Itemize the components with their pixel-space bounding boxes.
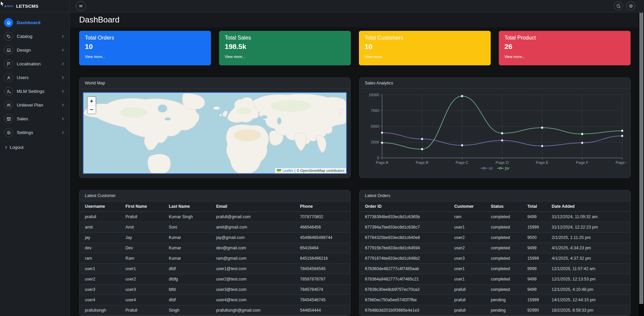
sales-analytics-panel: Sales Analytics 025005000750010000Page A… bbox=[359, 77, 631, 178]
sidebar-item[interactable]: Unilevel Plan bbox=[4, 98, 66, 112]
sidebar-item[interactable]: MLM Settings bbox=[4, 84, 66, 98]
sidebar-item-icon bbox=[4, 32, 13, 41]
svg-text:7500: 7500 bbox=[371, 109, 379, 113]
sidebar-toggle-button[interactable] bbox=[76, 1, 86, 11]
table-cell: ram@gmail.com bbox=[211, 253, 294, 264]
table-row: user2user2dfdfguser2@test.com78587878787 bbox=[79, 274, 350, 285]
table-row: 67738394be833ec8d1c6365bramcompleted9499… bbox=[360, 212, 630, 222]
table-row: 67860ec750a5ee574f2f7fbeprafullpending15… bbox=[360, 295, 630, 305]
table-header-row: UsernameFirst NameLast NameEmailPhone bbox=[79, 201, 350, 212]
table-cell: 4/1/2025, 4:37:32 pm bbox=[546, 253, 630, 264]
table-cell: 12/1/2025, 12:13:53 pm bbox=[546, 274, 630, 285]
sidebar-item-logout[interactable]: Logout bbox=[4, 141, 66, 153]
table-row: prafullsinghPrafullSinghprafullsingh@gma… bbox=[79, 305, 350, 316]
table-cell: prafull bbox=[449, 285, 485, 295]
chart-legend: uvpv bbox=[360, 166, 630, 171]
osm-attribution[interactable]: © OpenStreetMap contributors bbox=[297, 169, 344, 173]
table-cell: 9499 bbox=[522, 274, 546, 285]
table-cell: 12/1/2025, 4:10:48 pm bbox=[546, 285, 630, 295]
legend-item-uv[interactable]: uv bbox=[481, 166, 493, 171]
table-cell: Prafull bbox=[120, 212, 163, 222]
sidebar-item[interactable]: Dashboard bbox=[4, 16, 66, 29]
table-row: 67764325be833ec8d1c640e8user2completed95… bbox=[360, 233, 630, 243]
table-cell: completed bbox=[485, 233, 522, 243]
column-header: Customer bbox=[449, 201, 485, 212]
table-row: 678360de482777c4f7485aabuser1completed99… bbox=[360, 264, 630, 274]
view-more-link[interactable]: View more... bbox=[225, 55, 345, 59]
table-cell: pending bbox=[485, 295, 522, 305]
svg-text:Page E: Page E bbox=[536, 161, 548, 165]
caret-right-icon bbox=[5, 146, 8, 149]
table-row: jayJayKumarjay@gmail.com45498465498744 bbox=[79, 233, 350, 243]
latest-orders-panel: Latest Orders Order IDCustomerStatusTota… bbox=[359, 190, 631, 316]
sidebar-item-icon bbox=[4, 128, 13, 137]
table-cell: prafullsingh@gmail.com bbox=[211, 305, 294, 316]
logout-label: Logout bbox=[10, 145, 23, 150]
table-cell: completed bbox=[485, 243, 522, 253]
table-cell: dev@gmail.com bbox=[211, 243, 294, 253]
sidebar-header: LETSCMS LETSCMS bbox=[0, 0, 69, 12]
leaflet-link[interactable]: Leaflet bbox=[282, 169, 293, 173]
table-cell: completed bbox=[485, 253, 522, 264]
settings-button[interactable] bbox=[626, 1, 635, 10]
stat-card-title: Total Customers bbox=[365, 35, 485, 41]
table-cell: 645156496216 bbox=[295, 253, 350, 264]
legend-item-pv[interactable]: pv bbox=[497, 166, 509, 171]
map-zoom-in-button[interactable]: + bbox=[88, 97, 96, 105]
sidebar-item[interactable]: Localisation bbox=[4, 57, 66, 71]
column-header: Total bbox=[522, 201, 546, 212]
table-cell: 678364a9482777c4f7485c21 bbox=[360, 274, 449, 285]
brand-name: LETSCMS bbox=[16, 4, 39, 9]
table-row: 67b48b3d201b0f3665e4e1e3prafullpending92… bbox=[360, 305, 630, 316]
table-row: user1user1dfdfuser1@test.com78454584545 bbox=[79, 264, 350, 274]
table-cell: 65419464 bbox=[295, 243, 350, 253]
map-zoom-out-button[interactable]: − bbox=[88, 105, 96, 114]
table-row: 678364a9482777c4f7485c21user1completed94… bbox=[360, 274, 630, 285]
stat-card-value: 10 bbox=[85, 43, 205, 51]
ukraine-flag-icon bbox=[277, 169, 281, 172]
sidebar-item[interactable]: Settings bbox=[4, 126, 66, 139]
table-cell: jay bbox=[79, 233, 120, 243]
table-cell: 31/12/2024, 12:22:23 pm bbox=[546, 222, 630, 233]
sidebar-item[interactable]: Users bbox=[4, 71, 66, 84]
table-cell: completed bbox=[485, 264, 522, 274]
sidebar-item[interactable]: Catalog bbox=[4, 29, 66, 43]
table-row: 677394a7be833ec8d1c638c7user1completed15… bbox=[360, 222, 630, 233]
table-cell: user3 bbox=[120, 285, 163, 295]
chevron-right-icon bbox=[61, 35, 65, 38]
scrollbar bbox=[639, 13, 644, 316]
stat-card-value: 10 bbox=[365, 43, 485, 51]
panel-title: World Map bbox=[79, 78, 350, 89]
view-more-link[interactable]: View more... bbox=[85, 55, 205, 59]
dark-mode-toggle[interactable] bbox=[614, 1, 623, 10]
table-cell: Ram bbox=[120, 253, 163, 264]
scrollbar-thumb[interactable] bbox=[639, 13, 643, 304]
sidebar-item[interactable]: Design bbox=[4, 43, 66, 57]
table-cell: completed bbox=[485, 212, 522, 222]
sidebar-item-label: Users bbox=[17, 75, 29, 80]
svg-text:5000: 5000 bbox=[371, 124, 379, 128]
latest-customer-panel: Latest Customer UsernameFirst NameLast N… bbox=[79, 190, 351, 316]
table-row: user4user4dfdfuser4@test.com78454548745 bbox=[79, 295, 350, 305]
sidebar-item[interactable]: Sales bbox=[4, 112, 66, 126]
table-cell: user2 bbox=[449, 233, 485, 243]
stat-card-value: 26 bbox=[504, 43, 625, 51]
table-cell: user2@test.com bbox=[211, 274, 294, 285]
table-cell: 9999 bbox=[522, 264, 546, 274]
view-more-link[interactable]: View more... bbox=[365, 55, 485, 59]
panel-title: Latest Orders bbox=[360, 190, 630, 201]
world-map-graphic bbox=[84, 93, 346, 173]
table-cell: user2 bbox=[449, 243, 485, 253]
svg-text:10000: 10000 bbox=[369, 93, 379, 97]
sales-analytics-chart: 025005000750010000Page APage BPage CPage… bbox=[360, 89, 630, 167]
table-cell: 67764325be833ec8d1c640e8 bbox=[360, 233, 449, 243]
view-more-link[interactable]: View more... bbox=[504, 55, 625, 59]
table-cell: 67860ec750a5ee574f2f7fbe bbox=[360, 295, 449, 305]
table-cell: user4 bbox=[79, 295, 120, 305]
world-map[interactable]: + − Leaflet | © OpenStreetMap contributo… bbox=[84, 93, 346, 173]
table-cell: 7845784574 bbox=[295, 285, 350, 295]
table-cell: user1 bbox=[449, 222, 485, 233]
table-cell: 78454584545 bbox=[295, 264, 350, 274]
stat-card: Total Orders 10 View more... bbox=[79, 31, 211, 65]
stat-card-title: Total Orders bbox=[85, 35, 205, 41]
